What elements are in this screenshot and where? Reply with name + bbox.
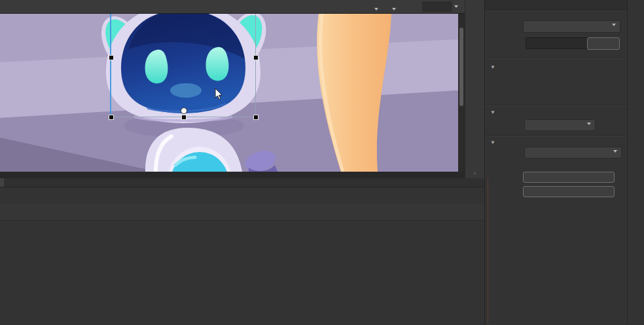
looping-section-header[interactable]: ▼: [490, 138, 499, 145]
stage-bottom-track: [0, 172, 465, 178]
transform-handle-bottom[interactable]: [181, 115, 187, 120]
timeline-header: [0, 204, 484, 221]
use-frame-picker-button[interactable]: [523, 172, 615, 183]
style-dropdown[interactable]: [524, 119, 596, 131]
edit-symbol-icon[interactable]: [382, 1, 392, 12]
timeline-panel: [0, 178, 484, 325]
loop-options-dropdown[interactable]: [524, 147, 622, 159]
tools-panel: [627, 0, 644, 325]
properties-panel: ▼ ▼ ▼: [484, 0, 628, 325]
edit-bar: [0, 0, 465, 14]
instance-name-field[interactable]: [526, 37, 588, 49]
tab-timeline[interactable]: [0, 178, 4, 187]
clip-content-icon[interactable]: [410, 1, 420, 12]
link-width-height-icon[interactable]: [489, 92, 499, 102]
timeline-rows: [0, 220, 484, 325]
lip-syncing-button[interactable]: [523, 186, 615, 197]
position-size-section-header[interactable]: ▼: [490, 63, 499, 70]
transform-handle-bottom-left[interactable]: [109, 115, 114, 120]
swap-button[interactable]: [587, 37, 620, 50]
color-effect-section-header[interactable]: ▼: [490, 108, 499, 115]
zoom-chevron-icon[interactable]: [454, 5, 458, 8]
transform-handle-bottom-right[interactable]: [253, 115, 259, 120]
center-frame-icon[interactable]: [398, 1, 408, 12]
tab-output[interactable]: [34, 178, 45, 187]
timeline-tabbar: [0, 178, 484, 187]
panel-divider-line: [488, 178, 488, 325]
transform-handle-left[interactable]: [109, 55, 114, 60]
zoom-level[interactable]: [422, 1, 452, 12]
stage-vertical-scrollbar[interactable]: [458, 13, 465, 172]
transform-handle-right[interactable]: [253, 55, 259, 60]
symbol-type-dropdown[interactable]: [523, 20, 620, 33]
stage-canvas[interactable]: [0, 13, 458, 172]
symbol-icon: [70, 1, 80, 12]
timeline-controls: [0, 187, 484, 204]
edit-scene-icon[interactable]: [364, 1, 374, 12]
panel-dock: [465, 0, 485, 178]
properties-tabbar: [485, 0, 628, 10]
transform-point[interactable]: [181, 107, 187, 114]
dock-chevron-icon[interactable]: ›: [474, 170, 476, 176]
mouse-cursor: [215, 88, 224, 101]
stage-artwork: [0, 13, 458, 172]
animate-window: › ▼ ▼: [0, 0, 644, 325]
graphic-symbol-icon: [495, 18, 509, 31]
scene-clapperboard-icon: [18, 1, 29, 12]
